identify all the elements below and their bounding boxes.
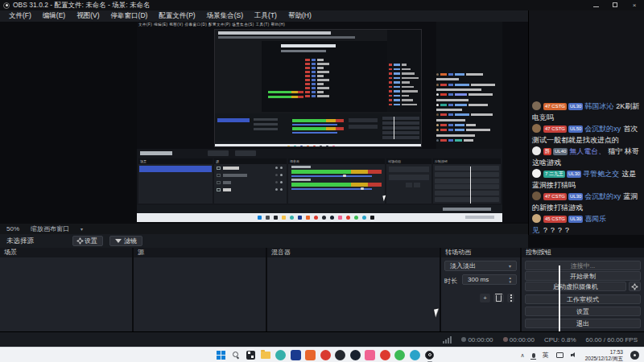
desktop: OBS 31.0.2 - 配置文件: 未命名 - 场景: 未命名 × 文件(F)… xyxy=(0,0,644,362)
selected-source-status: 未选择源 xyxy=(6,237,66,246)
taskbar-icon-app-teal[interactable] xyxy=(410,350,420,360)
display-tray-icon[interactable] xyxy=(556,352,564,358)
menu-item-5[interactable]: 场景集合(S) xyxy=(201,11,249,21)
scenes-dock: 场景 场景 +∧∨ xyxy=(0,248,132,331)
menu-item-0[interactable]: 文件(F) xyxy=(3,11,37,21)
chevron-down-icon: ▾ xyxy=(509,263,511,269)
taskbar-icon-search[interactable] xyxy=(231,350,242,360)
filter-icon xyxy=(115,239,122,243)
avatar xyxy=(532,101,541,110)
windows-taskbar: ∧ 英 17:53 2025/12/12/周五 xyxy=(0,347,644,362)
taskbar-icon-app-navy[interactable] xyxy=(291,350,301,360)
fan-badge: 47 CSTG xyxy=(543,125,567,133)
transition-select[interactable]: 淡入淡出 ▾ xyxy=(444,261,517,271)
captured-chat-messages xyxy=(436,73,502,149)
microphone-tray-icon[interactable] xyxy=(532,353,535,358)
control-button-1[interactable]: 开始录制 xyxy=(525,271,641,281)
chat-message: 45 CSTGUL30喜闻乐见？？？？ xyxy=(532,214,641,235)
menu-item-3[interactable]: 停靠窗口(D) xyxy=(105,11,154,21)
mixer-dock: 混音器 麦克风/Aux-10.4 dB-60-55-50-45-40-35-30… xyxy=(267,248,440,331)
menu-item-2[interactable]: 视图(V) xyxy=(71,11,105,21)
transitions-dock-title: 转场动画 xyxy=(441,248,520,257)
nested-capture-level2 xyxy=(214,29,422,147)
record-status-icon xyxy=(503,337,508,342)
captured-statusbar xyxy=(137,205,502,213)
taskbar-icon-windows-start[interactable] xyxy=(216,350,226,360)
taskbar-icon-steam[interactable] xyxy=(350,350,361,360)
fan-badge: UL30 xyxy=(567,171,581,178)
virtual-camera-settings-button[interactable] xyxy=(629,282,641,291)
fan-badge: UL40 xyxy=(553,148,568,155)
chat-username: 会沉默的xy xyxy=(584,125,621,133)
transition-menu-button[interactable] xyxy=(507,294,514,302)
chevron-down-icon: ▾ xyxy=(80,226,83,232)
stream-status-icon xyxy=(461,337,466,342)
chat-message: 7 二九王UL30寻管鲍之交这是蓝洞接打猎吗 xyxy=(532,169,641,191)
record-time: 00:00:00 xyxy=(510,336,535,343)
minimize-button[interactable] xyxy=(586,2,605,9)
source-toolbar: 未选择源 设置 滤镜 xyxy=(0,234,528,248)
source-settings-button[interactable]: 设置 xyxy=(72,236,103,246)
tray-chevron-icon[interactable]: ∧ xyxy=(521,352,525,359)
close-button[interactable]: × xyxy=(625,2,644,9)
chat-panel[interactable]: 47 CSTGUL30韩国冰沁2K刷新电竞吗47 CSTGUL50会沉默的xy首… xyxy=(528,10,644,235)
control-button-0[interactable]: 连接中... xyxy=(525,261,641,270)
status-bar: 00:00:00 00:00:00 CPU: 0.8% 60.00 / 60.0… xyxy=(0,331,644,347)
taskbar-icon-netease-music[interactable] xyxy=(380,350,390,360)
fan-badge: 爵 xyxy=(543,148,551,155)
fan-badge: UL30 xyxy=(568,193,583,200)
control-button-4[interactable]: 设置 xyxy=(525,306,641,316)
taskbar-icon-app-orange[interactable] xyxy=(305,350,316,360)
captured-docks: 场景源混音器转场动画控制按钮 xyxy=(137,149,502,205)
maximize-button[interactable] xyxy=(605,2,625,9)
source-filters-button[interactable]: 滤镜 xyxy=(109,236,142,246)
control-button-3[interactable]: 工作室模式 xyxy=(525,294,641,304)
menu-bar: 文件(F)编辑(E)视图(V)停靠窗口(D)配置文件(P)场景集合(S)工具(T… xyxy=(0,10,528,22)
speaker-tray-icon[interactable] xyxy=(571,352,578,359)
duration-spinbox[interactable]: 300 ms ▴▾ xyxy=(462,274,517,285)
ime-indicator[interactable]: 英 xyxy=(543,351,549,360)
control-button-2[interactable]: 启动虚拟摄像机 xyxy=(525,282,626,291)
mixer-dock-title: 混音器 xyxy=(267,248,440,257)
chat-message: 爵UL40無人電台、猫宁 林哥 这啥游戏 xyxy=(532,146,641,168)
taskbar-icon-edge-browser[interactable] xyxy=(275,350,286,360)
taskbar-icon-file-explorer[interactable] xyxy=(261,350,271,360)
window-title: OBS 31.0.2 - 配置文件: 未命名 - 场景: 未命名 xyxy=(13,1,151,10)
obs-logo-icon xyxy=(3,2,10,9)
notification-bell-icon[interactable] xyxy=(630,351,639,360)
fan-badge: 47 CSTG xyxy=(543,103,567,110)
taskbar-icon-wechat[interactable] xyxy=(394,350,405,360)
nested-capture-level3 xyxy=(262,41,387,112)
obs-titlebar[interactable]: OBS 31.0.2 - 配置文件: 未命名 - 场景: 未命名 × xyxy=(0,0,644,10)
clock[interactable]: 17:53 2025/12/12/周五 xyxy=(585,349,623,361)
taskbar-icon-task-view[interactable] xyxy=(246,350,256,360)
fan-badge: UL50 xyxy=(568,125,583,133)
menu-item-1[interactable]: 编辑(E) xyxy=(37,11,71,21)
menu-item-4[interactable]: 配置文件(P) xyxy=(153,11,200,21)
preview-canvas[interactable]: 文件(F) 编辑(E) 视图(V) 停靠窗口(D) 配置文件(P) 场景集合(S… xyxy=(137,22,528,222)
fan-badge: 45 CSTG xyxy=(543,216,567,223)
taskbar-icon-app-red[interactable] xyxy=(320,350,331,360)
remove-transition-button[interactable] xyxy=(493,294,504,302)
taskbar-icon-obs-studio[interactable] xyxy=(424,350,435,360)
menu-item-7[interactable]: 帮助(H) xyxy=(283,11,317,21)
spinner-arrows-icon[interactable]: ▴▾ xyxy=(509,276,511,284)
zoom-mode-dropdown[interactable]: 缩放画布窗口 ▾ xyxy=(31,224,83,233)
captured-taskbar xyxy=(137,213,502,222)
overlay-window-edge-artifact xyxy=(559,265,560,331)
taskbar-icon-app-dark[interactable] xyxy=(335,350,345,360)
sources-dock: 源 窗口采集视频采集设备图像桌面 +∧∨ xyxy=(134,248,266,331)
zoom-level: 50% xyxy=(6,225,19,232)
chat-text: ？？？？ xyxy=(542,226,571,234)
taskbar-icon-bilibili[interactable] xyxy=(365,350,375,360)
chat-message: 47 CSTGUL50会沉默的xy首次测试一般都就是找改进点的 xyxy=(532,124,641,146)
system-tray: ∧ 英 17:53 2025/12/12/周五 xyxy=(521,348,644,362)
add-transition-button[interactable]: + xyxy=(480,294,490,302)
control-button-5[interactable]: 退出 xyxy=(525,319,641,328)
chat-username: 無人電台、 xyxy=(569,147,605,155)
chat-username: 韩国冰沁 xyxy=(584,102,613,110)
avatar xyxy=(532,146,541,155)
duration-label: 时长 xyxy=(444,277,457,286)
menu-item-6[interactable]: 工具(T) xyxy=(249,11,283,21)
fan-badge: UL30 xyxy=(568,216,583,223)
